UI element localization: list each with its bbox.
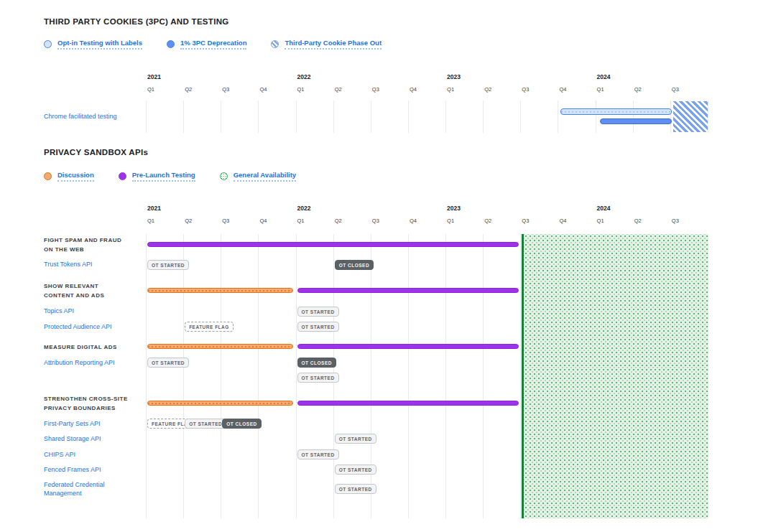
threepc-gridline-13 (633, 101, 634, 133)
threepc-quarter-2022-q1: Q1 (297, 86, 305, 93)
badge-ot-started: OT STARTED (297, 307, 339, 317)
threepc-gridline-5 (333, 101, 334, 133)
threepc-quarter-2022-q2: Q2 (335, 86, 342, 93)
apis-year-2023: 2023 (447, 205, 461, 212)
threepc-legend-label-optin: Opt-in Testing with Labels (57, 39, 142, 50)
badge-ot-started: OT STARTED (335, 434, 376, 444)
deprecation-phase-icon (167, 40, 175, 48)
row-label-topics-api[interactable]: Topics API (44, 307, 74, 316)
row-label-shared-storage-api[interactable]: Shared Storage API (44, 435, 101, 444)
apis-legend-item-ga[interactable]: General Availability (220, 171, 296, 182)
bar-prelaunch-group-2 (297, 344, 519, 349)
threepc-quarter-2022-q3: Q3 (372, 86, 379, 93)
threepc-quarter-2021-q3: Q3 (222, 86, 229, 93)
bar-optin (560, 108, 671, 115)
threepc-gridline-9 (483, 101, 484, 133)
threepc-legend-item-deprecation[interactable]: 1% 3PC Deprecation (167, 39, 246, 50)
apis-quarter-2023-q2: Q2 (484, 218, 491, 224)
badge-ot-started: OT STARTED (297, 373, 339, 383)
phaseout-phase-icon (271, 40, 279, 48)
bar-discussion-group-3 (147, 401, 293, 406)
optin-phase-icon (44, 40, 52, 48)
apis-year-2021: 2021 (147, 205, 161, 212)
badge-ot-started: OT STARTED (147, 260, 189, 270)
row-label-attribution-reporting-api[interactable]: Attribution Reporting API (44, 359, 115, 368)
apis-gridline-10 (520, 234, 521, 518)
apis-quarter-2024-q2: Q2 (634, 218, 642, 224)
apis-quarter-2022-q3: Q3 (372, 218, 379, 224)
threepc-quarter-2021-q2: Q2 (185, 86, 192, 93)
badge-ot-started: OT STARTED (297, 322, 339, 332)
apis-quarter-2022-q2: Q2 (335, 218, 342, 224)
threepc-quarter-2023-q1: Q1 (447, 86, 454, 93)
threepc-gridline-2 (221, 101, 221, 133)
apis-quarter-2023-q3: Q3 (522, 218, 529, 224)
threepc-quarter-2024-q1: Q1 (597, 86, 604, 93)
group-header-measure-digital-ads: MEASURE DIGITAL ADS (44, 342, 117, 352)
threepc-gridline-7 (408, 101, 409, 133)
apis-legend-label-ga: General Availability (234, 171, 296, 182)
threepc-gridline-8 (445, 101, 446, 133)
badge-ot-closed: OT CLOSED (335, 260, 374, 270)
threepc-quarter-2022-q4: Q4 (410, 86, 417, 93)
threepc-gridline-11 (558, 101, 558, 133)
group-header-strengthen-cross-site-privacy-boundaries: STRENGTHEN CROSS-SITEPRIVACY BOUNDARIES (44, 394, 128, 413)
threepc-year-2023: 2023 (447, 73, 461, 80)
apis-gridline-6 (371, 234, 371, 518)
apis-gridline-8 (445, 234, 446, 518)
badge-ot-closed: OT CLOSED (297, 358, 336, 368)
apis-legend-item-discussion[interactable]: Discussion (44, 171, 94, 182)
apis-quarter-2021-q4: Q4 (259, 218, 267, 224)
apis-quarter-2023-q1: Q1 (447, 218, 454, 224)
apis-gridline-15 (708, 234, 708, 518)
threepc-gridline-1 (183, 101, 184, 133)
row-label-federated-credential-management[interactable]: Federated Credential Management (44, 481, 139, 498)
group-header-fight-spam-and-fraud-on-the-web: FIGHT SPAM AND FRAUDON THE WEB (44, 235, 121, 254)
threepc-quarter-2023-q2: Q2 (484, 86, 491, 93)
apis-gridline-0 (146, 234, 147, 518)
threepc-quarter-2024-q3: Q3 (672, 86, 679, 93)
section-apis-title: PRIVACY SANDBOX APIs (44, 148, 148, 157)
apis-gridline-7 (408, 234, 409, 518)
apis-year-2022: 2022 (297, 205, 311, 212)
bar-prelaunch-group-0 (147, 242, 519, 247)
threepc-gridline-4 (296, 101, 297, 133)
row-label-first-party-sets-api[interactable]: First-Party Sets API (44, 420, 101, 429)
apis-gridline-2 (221, 234, 221, 518)
apis-quarter-2022-q1: Q1 (297, 218, 305, 224)
threepc-gridline-6 (371, 101, 371, 133)
apis-quarter-2024-q3: Q3 (672, 218, 679, 224)
apis-legend-label-discussion: Discussion (57, 171, 94, 182)
threepc-quarter-2021-q1: Q1 (147, 86, 154, 93)
bar-prelaunch-group-3 (297, 401, 519, 406)
threepc-legend-item-optin[interactable]: Opt-in Testing with Labels (44, 39, 142, 50)
badge-ot-closed: OT CLOSED (222, 419, 261, 429)
bar-deprecation (600, 118, 672, 124)
row-label-protected-audience-api[interactable]: Protected Audience API (44, 323, 112, 332)
privacy-sandbox-timeline-page: THIRD PARTY COOKIES (3PC) AND TESTING Op… (0, 0, 758, 532)
badge-ot-started: OT STARTED (335, 465, 376, 475)
apis-year-2024: 2024 (597, 205, 611, 212)
apis-legend-label-prelaunch: Pre-Launch Testing (132, 171, 195, 182)
row-label-fenced-frames-api[interactable]: Fenced Frames API (44, 466, 101, 475)
threepc-legend-item-phaseout[interactable]: Third-Party Cookie Phase Out (271, 39, 382, 50)
apis-gridline-4 (296, 234, 297, 518)
threepc-legend-label-phaseout: Third-Party Cookie Phase Out (285, 39, 382, 50)
badge-ot-started: OT STARTED (147, 358, 189, 368)
apis-quarter-2021-q1: Q1 (147, 218, 154, 224)
apis-legend-item-prelaunch[interactable]: Pre-Launch Testing (119, 171, 195, 182)
threepc-gridline-10 (520, 101, 521, 133)
row-label-chrome-facilitated-testing[interactable]: Chrome facilitated testing (44, 113, 117, 121)
section-3pc-title: THIRD PARTY COOKIES (3PC) AND TESTING (44, 17, 229, 26)
bar-discussion-group-2 (147, 344, 293, 349)
apis-quarter-2022-q4: Q4 (410, 218, 417, 224)
apis-quarter-2021-q3: Q3 (222, 218, 229, 224)
general-availability-region (522, 234, 708, 518)
threepc-quarter-2023-q3: Q3 (522, 86, 529, 93)
threepc-year-2022: 2022 (297, 73, 311, 80)
section-apis-legend: DiscussionPre-Launch TestingGeneral Avai… (44, 169, 296, 182)
row-label-trust-tokens-api[interactable]: Trust Tokens API (44, 261, 93, 269)
row-label-chips-api[interactable]: CHIPS API (44, 451, 75, 459)
group-header-show-relevant-content-and-ads: SHOW RELEVANTCONTENT AND ADS (44, 281, 104, 300)
threepc-quarter-2023-q4: Q4 (559, 86, 566, 93)
